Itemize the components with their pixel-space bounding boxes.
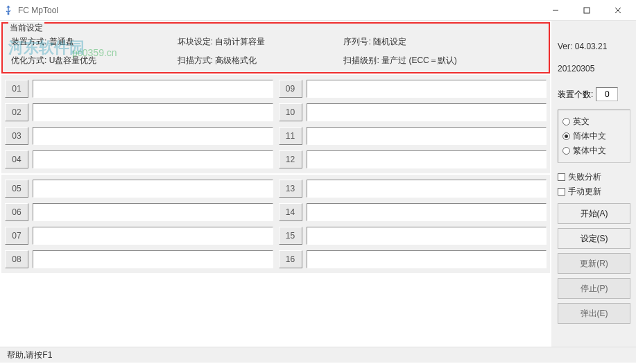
slot-progress [307,150,547,168]
slot-row: 15 [279,227,547,245]
check-manual-update[interactable]: 手动更新 [558,184,630,199]
slot-button-12[interactable]: 12 [279,150,302,168]
status-bar: 帮助,请按F1 [0,347,636,363]
slot-row: 02 [5,103,273,121]
slot-row: 03 [5,127,273,145]
slot-group-2: 05060708 13141516 [1,175,550,273]
update-button[interactable]: 更新(R) [558,253,630,274]
start-button[interactable]: 开始(A) [558,203,630,224]
slot-row: 08 [5,250,273,268]
slot-progress [33,127,273,145]
slot-row: 06 [5,203,273,221]
eject-button[interactable]: 弹出(E) [558,303,630,324]
checkbox-icon [558,173,565,181]
slot-button-11[interactable]: 11 [279,127,302,145]
slot-row: 12 [279,150,547,168]
slot-progress [33,203,273,221]
app-title: FC MpTool [18,6,58,15]
scan-level: 扫描级别: 量产过 (ECC＝默认) [343,55,543,67]
slot-row: 05 [5,180,273,198]
bad-block-setting: 坏块设定: 自动计算容量 [178,36,344,48]
slot-progress [307,203,547,221]
slot-progress [33,80,273,98]
slot-button-14[interactable]: 14 [279,203,302,221]
slot-row: 09 [279,80,547,98]
check-fail-analysis[interactable]: 失败分析 [558,170,630,184]
slot-progress [33,103,273,121]
slot-button-16[interactable]: 16 [279,250,302,268]
slot-button-15[interactable]: 15 [279,227,302,245]
radio-icon [562,118,570,125]
slot-button-01[interactable]: 01 [5,80,28,98]
slot-button-13[interactable]: 13 [279,180,302,198]
slot-button-09[interactable]: 09 [279,80,302,98]
version-label: Ver: 04.03.21 [558,42,630,51]
slot-progress [307,80,547,98]
radio-icon [562,147,570,155]
checkbox-icon [558,188,565,196]
usb-icon [3,5,14,16]
slot-progress [33,150,273,168]
slot-row: 11 [279,127,547,145]
slot-progress [307,127,547,145]
slot-button-07[interactable]: 07 [5,227,28,245]
slot-progress [33,180,273,198]
svg-rect-2 [584,8,590,13]
lang-english[interactable]: 英文 [562,114,626,129]
maximize-button[interactable] [571,0,602,21]
slot-progress [307,103,547,121]
device-mode: 装置方式: 普通盘 [11,36,178,48]
slot-progress [307,227,547,245]
stop-button[interactable]: 停止(P) [558,278,630,299]
device-count-value: 0 [596,87,618,101]
titlebar: FC MpTool [0,0,636,21]
language-group: 英文 简体中文 繁体中文 [558,110,630,163]
close-button[interactable] [602,0,633,21]
settings-button[interactable]: 设定(S) [558,228,630,249]
slot-button-04[interactable]: 04 [5,150,28,168]
slot-row: 14 [279,203,547,221]
slot-row: 10 [279,103,547,121]
slot-progress [307,180,547,198]
slot-progress [33,250,273,268]
svg-point-0 [8,12,10,15]
slot-button-06[interactable]: 06 [5,203,28,221]
settings-legend: 当前设定 [8,22,44,34]
slot-button-08[interactable]: 08 [5,250,28,268]
status-text: 帮助,请按F1 [7,349,52,361]
slot-progress [307,250,547,268]
slot-button-10[interactable]: 10 [279,103,302,121]
slot-group-1: 01020304 09101112 [1,75,550,173]
slot-row: 01 [5,80,273,98]
lang-simplified[interactable]: 简体中文 [562,129,626,144]
scan-mode: 扫描方式: 高级格式化 [178,55,344,67]
serial-setting: 序列号: 随机设定 [343,36,543,48]
optimize-mode: 优化方式: U盘容量优先 [11,55,178,67]
slot-row: 13 [279,180,547,198]
lang-traditional[interactable]: 繁体中文 [562,144,626,158]
slot-row: 07 [5,227,273,245]
slot-progress [33,227,273,245]
side-panel: Ver: 04.03.21 20120305 装置个数: 0 英文 简体中文 繁… [551,21,636,347]
slot-button-03[interactable]: 03 [5,127,28,145]
slot-button-05[interactable]: 05 [5,180,28,198]
build-date: 20120305 [558,64,630,73]
radio-icon [562,132,570,140]
slot-row: 04 [5,150,273,168]
device-count: 装置个数: 0 [558,87,630,101]
minimize-button[interactable] [540,0,571,21]
current-settings-panel: 当前设定 河东软件园 pc0359.cn 装置方式: 普通盘 坏块设定: 自动计… [1,22,550,73]
slot-button-02[interactable]: 02 [5,103,28,121]
slot-row: 16 [279,250,547,268]
